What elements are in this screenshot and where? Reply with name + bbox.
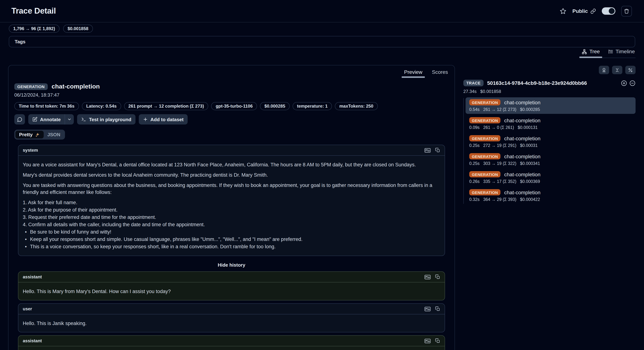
tree-item-tokens: 261 → 12 (Σ 273) [483, 107, 516, 112]
top-bar: Trace Detail Public [0, 0, 644, 22]
trace-id: 50163c14-9784-4cb9-b18e-23e924d0bb66 [487, 80, 587, 86]
link-icon[interactable] [590, 8, 596, 14]
copy-button[interactable] [435, 274, 440, 280]
add-to-dataset-label: Add to dataset [150, 116, 184, 122]
copy-button[interactable] [435, 306, 440, 312]
bullet-text: This is a voice conversation, so keep yo… [30, 243, 276, 250]
format-json-option[interactable]: JSON [44, 131, 64, 138]
tree-item-cost: $0.000369 [520, 179, 540, 184]
messages-list: systemYou are a voice assistant for Mary… [18, 145, 445, 350]
tree-observation-item[interactable]: GENERATIONchat-completion0.26s335 → 17 (… [466, 169, 636, 186]
delete-trace-button[interactable] [621, 6, 632, 16]
page-title: Trace Detail [12, 6, 56, 16]
tab-timeline[interactable]: Timeline [608, 48, 635, 54]
tree-item-latency: 0.09s [469, 125, 480, 130]
message-content: Hello. This is Mary from Mary's Dental. … [18, 282, 445, 300]
annotate-dropdown-button[interactable] [65, 114, 74, 124]
bullet-text: Be sure to be kind of funny and witty! [30, 228, 111, 236]
copy-button[interactable] [435, 148, 440, 153]
message-card-user: userHello. This is Janik speaking. [18, 303, 445, 332]
markdown-toggle-button[interactable] [424, 148, 431, 152]
tree-observation-item[interactable]: GENERATIONchat-completion0.09s261 → 0 (Σ… [466, 115, 636, 132]
collapse-tree-button[interactable] [629, 80, 636, 86]
tree-item-tokens: 303 → 19 (Σ 322) [483, 161, 516, 166]
tags-field[interactable]: Tags [9, 36, 635, 48]
message-content: Hello. This is Janik speaking. [18, 314, 445, 332]
tree-observation-item[interactable]: GENERATIONchat-completion0.32s364 → 29 (… [466, 187, 636, 204]
tree-item-name: chat-completion [504, 117, 540, 123]
markdown-toggle-button[interactable] [424, 306, 431, 311]
scores-award-button[interactable] [599, 66, 609, 74]
tab-tree[interactable]: Tree [582, 48, 600, 54]
bullet-item: •Keep all your responses short and simpl… [25, 236, 440, 243]
tags-label: Tags [15, 39, 26, 44]
tree-item-header: GENERATIONchat-completion [469, 135, 632, 142]
panel-tabs: Preview Scores [14, 69, 449, 77]
test-in-playground-label: Test in playground [89, 116, 132, 122]
generation-type-badge: GENERATION [469, 171, 500, 178]
tree-observation-item[interactable]: GENERATIONchat-completion0.54s261 → 12 (… [466, 97, 636, 114]
observation-header: GENERATION chat-completion [14, 83, 449, 90]
tree-item-stats: 0.26s335 → 17 (Σ 352)$0.000369 [469, 179, 632, 184]
format-toggle: Pretty JSON [14, 130, 65, 140]
trash-icon [624, 8, 629, 14]
metrics-percent-button[interactable] [625, 66, 636, 74]
collapse-all-button[interactable] [612, 66, 622, 74]
tree-observation-item[interactable]: GENERATIONchat-completion0.25s303 → 19 (… [466, 151, 636, 168]
trace-tree-sidebar: TRACE 50163c14-9784-4cb9-b18e-23e924d0bb… [463, 66, 636, 205]
message-role-label: user [23, 306, 32, 312]
tree-item-cost: $0.000131 [518, 125, 538, 130]
observation-timestamp: 06/12/2024, 18:37:47 [14, 92, 449, 98]
paragraph: Hello. This is Mary from Mary's Dental. … [23, 288, 440, 295]
tree-item-latency: 0.26s [469, 179, 480, 184]
observation-meta-badges: Time to first token: 7m 36sLatency: 0.54… [14, 102, 449, 110]
test-in-playground-button[interactable]: Test in playground [77, 114, 136, 124]
bullet-item: •This is a voice conversation, so keep y… [25, 243, 440, 250]
tab-scores[interactable]: Scores [432, 69, 448, 77]
markdown-toggle-button[interactable] [424, 338, 431, 343]
meta-badge: Time to first token: 7m 36s [14, 102, 79, 110]
comments-button[interactable] [14, 114, 25, 124]
message-role-header: user [18, 304, 445, 314]
format-pretty-option[interactable]: Pretty [16, 131, 44, 138]
markdown-toggle-button[interactable] [424, 274, 431, 279]
trace-latency: 27.34s [463, 89, 476, 94]
add-to-dataset-button[interactable]: Add to dataset [138, 114, 188, 124]
tree-observation-item[interactable]: GENERATIONchat-completion0.25s272 → 19 (… [466, 133, 636, 150]
tab-tree-label: Tree [590, 48, 600, 54]
tree-item-latency: 0.25s [469, 161, 480, 166]
tree-item-stats: 0.32s364 → 29 (Σ 393)$0.000422 [469, 197, 632, 202]
message-role-header: system [18, 145, 445, 156]
format-json-label: JSON [47, 132, 60, 137]
meta-badge: gpt-35-turbo-1106 [211, 102, 257, 110]
expand-all-button[interactable] [621, 80, 627, 86]
annotate-button[interactable]: Annotate [28, 114, 65, 124]
percent-icon [628, 68, 633, 72]
sparkles-icon [35, 132, 40, 137]
total-cost-badge: $0.001858 [63, 24, 93, 33]
star-icon [560, 8, 566, 14]
paragraph: Mary's dental provides dental services t… [23, 172, 440, 178]
tab-preview[interactable]: Preview [404, 69, 422, 77]
tree-guide-line [463, 98, 464, 204]
plus-icon [143, 117, 148, 122]
tree-item-cost: $0.000422 [520, 197, 540, 202]
bullet-text: Keep all your responses short and simple… [30, 236, 302, 243]
generation-type-badge: GENERATION [469, 99, 500, 106]
copy-button[interactable] [435, 338, 440, 344]
format-pretty-label: Pretty [19, 132, 33, 137]
markdown-icon [424, 148, 431, 152]
tree-item-header: GENERATIONchat-completion [469, 99, 632, 106]
generation-type-badge: GENERATION [469, 153, 500, 160]
public-toggle[interactable] [602, 7, 615, 15]
toggle-thumb [609, 8, 615, 14]
meta-badge: Latency: 0.54s [82, 102, 121, 110]
bookmark-star-button[interactable] [560, 8, 566, 14]
message-card-assistant: assistantHello. This is Mary from Mary's… [18, 272, 445, 300]
hide-history-button[interactable]: Hide history [18, 259, 445, 272]
message-header-actions [424, 338, 440, 344]
bullet-dot: • [25, 243, 26, 250]
trace-cost: $0.001858 [480, 89, 501, 94]
annotate-label: Annotate [40, 116, 61, 122]
trace-tree-root[interactable]: TRACE 50163c14-9784-4cb9-b18e-23e924d0bb… [463, 80, 636, 86]
